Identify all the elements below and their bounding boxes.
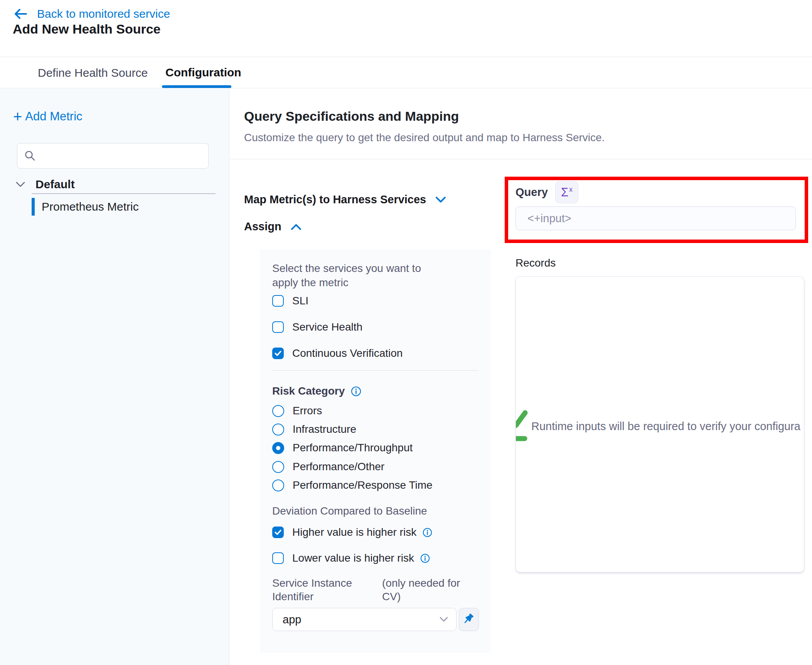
plus-icon: + xyxy=(13,111,22,122)
assign-label: Assign xyxy=(244,220,281,233)
search-input[interactable] xyxy=(41,150,201,162)
performance-throughput-radio[interactable] xyxy=(272,442,284,454)
add-metric-button[interactable]: + Add Metric xyxy=(13,110,83,123)
metric-search-box xyxy=(17,143,209,169)
chevron-up-icon xyxy=(290,223,302,231)
service-instance-label: Service Instance Identifier xyxy=(272,576,370,603)
map-metrics-section-toggle[interactable]: Map Metric(s) to Harness Services xyxy=(244,193,447,206)
sli-checkbox[interactable] xyxy=(272,295,284,307)
runtime-input-icon xyxy=(516,409,530,443)
checkbox-row-higher-risk[interactable]: Higher value is higher risk xyxy=(272,526,432,538)
panel-divider xyxy=(272,370,478,371)
back-link-label: Back to monitored service xyxy=(37,7,170,20)
performance-response-time-label: Performance/Response Time xyxy=(293,479,433,491)
query-label: Query xyxy=(516,186,548,199)
errors-radio[interactable] xyxy=(272,405,284,417)
radio-row-performance-response-time[interactable]: Performance/Response Time xyxy=(272,479,433,491)
records-label: Records xyxy=(516,257,556,269)
chevron-down-icon xyxy=(15,181,25,188)
active-tab-indicator xyxy=(162,85,231,88)
assign-panel: Select the services you want to apply th… xyxy=(260,250,491,653)
sidebar-item-prometheus-metric[interactable]: Prometheus Metric xyxy=(32,198,139,216)
infrastructure-label: Infrastructure xyxy=(293,423,356,435)
service-health-label: Service Health xyxy=(292,321,362,333)
continuous-verification-checkbox[interactable] xyxy=(272,348,284,359)
arrow-left-icon xyxy=(14,8,28,20)
errors-label: Errors xyxy=(293,405,322,417)
radio-row-performance-throughput[interactable]: Performance/Throughput xyxy=(272,442,413,454)
checkbox-row-service-health[interactable]: Service Health xyxy=(272,321,362,333)
section-subtitle: Customize the query to get the desired o… xyxy=(244,132,605,144)
query-input[interactable] xyxy=(516,206,796,230)
lower-risk-label: Lower value is higher risk xyxy=(292,552,414,564)
risk-category-label: Risk Category xyxy=(272,385,345,397)
tab-bar: Define Health Source Configuration xyxy=(0,57,812,88)
info-icon[interactable] xyxy=(420,554,430,563)
sli-label: SLI xyxy=(292,295,308,307)
radio-row-performance-other[interactable]: Performance/Other xyxy=(272,461,384,473)
continuous-verification-label: Continuous Verification xyxy=(292,347,403,360)
metric-group-default[interactable]: Default xyxy=(15,178,75,191)
page-title: Add New Health Source xyxy=(13,22,161,37)
add-health-source-page: Back to monitored service Add New Health… xyxy=(0,0,812,665)
sigma-icon: Σ xyxy=(561,186,568,199)
checkbox-row-continuous-verification[interactable]: Continuous Verification xyxy=(272,347,403,360)
checkbox-row-lower-risk[interactable]: Lower value is higher risk xyxy=(272,552,430,564)
service-instance-identifier-header: Service Instance Identifier (only needed… xyxy=(272,576,473,603)
chevron-down-icon xyxy=(439,616,448,623)
map-metrics-label: Map Metric(s) to Harness Services xyxy=(244,193,426,206)
service-instance-value: app xyxy=(283,613,439,626)
performance-other-label: Performance/Other xyxy=(293,461,384,473)
runtime-inputs-message-row: Runtime inputs will be required to verif… xyxy=(516,409,800,443)
expression-builder-button[interactable]: Σ x xyxy=(555,181,578,203)
pushpin-icon xyxy=(463,613,475,626)
performance-other-radio[interactable] xyxy=(272,461,284,473)
lower-risk-checkbox[interactable] xyxy=(272,552,284,564)
records-panel: Runtime inputs will be required to verif… xyxy=(516,276,804,572)
service-instance-select[interactable]: app xyxy=(272,608,457,631)
infrastructure-radio[interactable] xyxy=(272,424,284,435)
radio-row-infrastructure[interactable]: Infrastructure xyxy=(272,423,356,435)
section-divider xyxy=(230,159,812,159)
pin-button[interactable] xyxy=(459,608,479,631)
runtime-inputs-message: Runtime inputs will be required to verif… xyxy=(531,420,800,433)
search-icon xyxy=(24,150,36,162)
performance-throughput-label: Performance/Throughput xyxy=(293,442,413,454)
add-metric-label: Add Metric xyxy=(25,110,82,123)
group-label: Default xyxy=(35,178,75,191)
sigma-sup: x xyxy=(569,186,573,194)
service-health-checkbox[interactable] xyxy=(272,321,284,333)
performance-response-time-radio[interactable] xyxy=(272,479,284,491)
info-icon[interactable] xyxy=(351,386,361,397)
group-divider xyxy=(32,193,216,194)
tab-configuration[interactable]: Configuration xyxy=(165,66,241,79)
higher-risk-label: Higher value is higher risk xyxy=(292,526,416,538)
metric-name: Prometheus Metric xyxy=(42,200,139,213)
deviation-label: Deviation Compared to Baseline xyxy=(272,505,427,517)
tab-define-health-source[interactable]: Define Health Source xyxy=(38,66,148,79)
service-instance-select-row: app xyxy=(272,608,479,631)
risk-category-header: Risk Category xyxy=(272,385,361,397)
assign-section-toggle[interactable]: Assign xyxy=(244,220,302,233)
main-content: Query Specifications and Mapping Customi… xyxy=(230,88,812,665)
chevron-down-icon xyxy=(435,196,447,204)
service-instance-note: (only needed for CV) xyxy=(382,576,473,603)
selected-indicator xyxy=(32,198,35,216)
section-title: Query Specifications and Mapping xyxy=(244,109,459,124)
metrics-sidebar: + Add Metric Default Prometheus Metric xyxy=(0,88,229,665)
info-icon[interactable] xyxy=(423,528,432,537)
checkbox-row-sli[interactable]: SLI xyxy=(272,295,308,307)
back-link[interactable]: Back to monitored service xyxy=(14,5,170,22)
services-instruction: Select the services you want to apply th… xyxy=(272,261,450,290)
radio-row-errors[interactable]: Errors xyxy=(272,405,322,417)
higher-risk-checkbox[interactable] xyxy=(272,527,284,538)
